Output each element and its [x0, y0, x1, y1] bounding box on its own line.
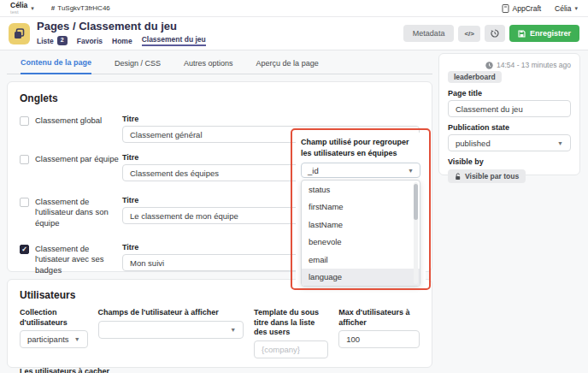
- history-button[interactable]: [485, 25, 505, 42]
- nav-tab-home[interactable]: Home: [112, 37, 132, 45]
- save-icon: [518, 30, 526, 38]
- team-field-dropdown-menu: status firstName lastName benevole email…: [301, 180, 420, 287]
- tab-autres-options[interactable]: Autres options: [184, 59, 233, 74]
- last-saved-timestamp: 14:54 - 13 minutes ago: [448, 61, 571, 69]
- tab-contenu-de-la-page[interactable]: Contenu de la page: [21, 58, 91, 74]
- checkbox-label: Classement de l'utisateur avec ses badge…: [35, 244, 122, 275]
- unlock-icon: [455, 173, 462, 181]
- nav-tab-favoris[interactable]: Favoris: [77, 37, 103, 45]
- checkbox-label: Classement de l'utilisateur dans son équ…: [35, 197, 122, 228]
- dropdown-scrollbar-thumb[interactable]: [414, 184, 418, 220]
- workspace-name: Célia: [10, 2, 27, 9]
- visible-by-badge[interactable]: Visible par tous: [448, 169, 526, 183]
- user-menu[interactable]: Célia ▾: [555, 4, 578, 13]
- chevron-down-icon: ▼: [74, 336, 80, 342]
- checkbox-label: Classement global: [35, 115, 102, 143]
- page: Célia test ▾ # TuSgkvT3frHC46 AppCraft C…: [0, 0, 588, 373]
- page-type-badge: leaderboard: [448, 71, 502, 83]
- chevron-down-icon: ▾: [574, 5, 578, 12]
- workspace-subtitle: test: [10, 9, 27, 15]
- template-input[interactable]: {company}: [254, 340, 328, 358]
- nav-tab-liste[interactable]: Liste 2: [37, 36, 68, 44]
- liste-count-badge: 2: [57, 36, 68, 44]
- publication-state-select[interactable]: published ▼: [448, 134, 571, 151]
- chevron-down-icon: ▼: [557, 140, 563, 146]
- pages-icon: [9, 23, 30, 44]
- team-field-select[interactable]: _id ▼: [301, 163, 420, 178]
- tab-apercu-de-la-page[interactable]: Aperçu de la page: [256, 59, 319, 74]
- metadata-button[interactable]: Metadata: [403, 25, 455, 42]
- user-name: Célia: [555, 4, 571, 13]
- checkbox-classement-par-equipe[interactable]: [20, 155, 29, 164]
- page-title-label: Page title: [448, 89, 571, 98]
- code-button[interactable]: </>: [458, 26, 480, 42]
- page-settings-panel: 14:54 - 13 minutes ago leaderboard Page …: [438, 53, 580, 175]
- team-field-label: Champ utilisé pour regrouper les utilisa…: [301, 137, 420, 159]
- workspace-switcher[interactable]: Célia test ▾: [10, 2, 34, 15]
- team-field-popover: Champ utilisé pour regrouper les utilisa…: [296, 133, 426, 292]
- content-tabs: Contenu de la page Design / CSS Autres o…: [7, 54, 432, 74]
- clock-icon: [485, 62, 493, 69]
- menu-item-email[interactable]: email: [302, 251, 420, 269]
- appcraft-label: AppCraft: [513, 4, 542, 13]
- menu-item-status[interactable]: status: [302, 181, 420, 198]
- page-nav-tabs: Liste 2 Favoris Home Classement du jeu: [37, 35, 206, 46]
- hidden-users-label: Les utilisateurs à cacher: [20, 367, 420, 373]
- section-heading-onglets: Onglets: [20, 92, 420, 104]
- chevron-down-icon: ▾: [31, 5, 34, 12]
- max-users-input[interactable]: 100: [338, 330, 420, 348]
- save-label: Enregistrer: [530, 29, 571, 38]
- project-id-text: TuSgkvT3frHC46: [57, 4, 110, 12]
- save-button[interactable]: Enregistrer: [509, 25, 579, 42]
- checkbox-label: Classement par équipe: [35, 154, 119, 181]
- chevron-down-icon: ▼: [230, 327, 236, 333]
- chevron-down-icon: ▼: [408, 168, 414, 174]
- checkbox-classement-badges[interactable]: ✓: [20, 245, 29, 254]
- max-users-label: Max d'utilisateurs à afficher: [338, 308, 420, 328]
- checkbox-classement-utilisateur-equipe[interactable]: [20, 198, 29, 207]
- menu-item-firstName[interactable]: firstName: [302, 198, 420, 216]
- project-id[interactable]: # TuSgkvT3frHC46: [51, 4, 110, 12]
- history-icon: [491, 29, 499, 38]
- top-bar: Célia test ▾ # TuSgkvT3frHC46 AppCraft C…: [0, 0, 588, 17]
- book-icon: [502, 4, 509, 13]
- collection-select[interactable]: participants ▼: [20, 330, 88, 348]
- utilisateurs-section: Utilisateurs Collection d'utilisateurs p…: [7, 279, 432, 368]
- checkbox-classement-global[interactable]: [20, 116, 29, 126]
- titre-label: Titre: [122, 115, 420, 123]
- hash-icon: #: [51, 4, 55, 12]
- template-label: Template du sous titre dans la liste des…: [254, 308, 328, 338]
- champs-label: Champs de l'utilisateur à afficher: [98, 308, 244, 318]
- page-header: Pages / Classement du jeu Liste 2 Favori…: [0, 17, 588, 50]
- collection-label: Collection d'utilisateurs: [20, 308, 88, 328]
- page-title-input[interactable]: Classement du jeu: [448, 100, 571, 117]
- menu-item-benevole[interactable]: benevole: [302, 234, 420, 252]
- menu-item-language[interactable]: language: [302, 269, 420, 287]
- page-title: Pages / Classement du jeu: [37, 21, 206, 33]
- code-icon: </>: [464, 30, 474, 38]
- champs-select[interactable]: ▼: [98, 321, 244, 339]
- appcraft-link[interactable]: AppCraft: [502, 4, 542, 13]
- visible-by-label: Visible by: [448, 157, 571, 166]
- publication-state-label: Publication state: [448, 123, 571, 132]
- nav-tab-classement-du-jeu[interactable]: Classement du jeu: [142, 35, 206, 46]
- menu-item-lastName[interactable]: lastName: [302, 216, 420, 234]
- tab-design-css[interactable]: Design / CSS: [115, 59, 161, 74]
